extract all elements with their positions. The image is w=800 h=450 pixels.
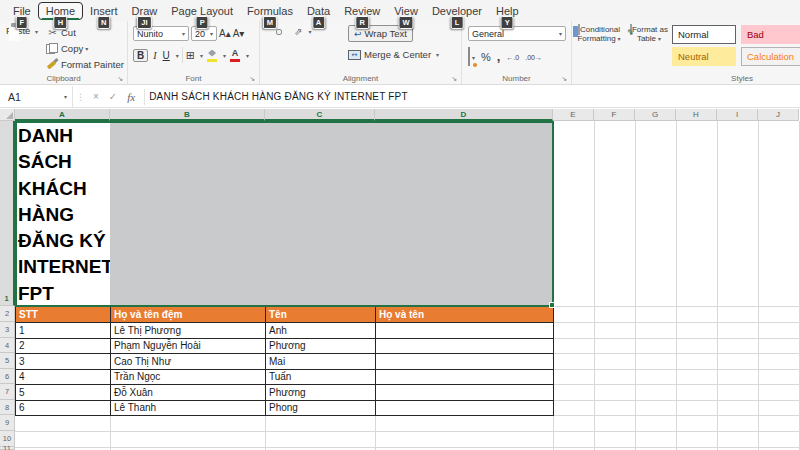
align-top-button[interactable] (268, 30, 272, 34)
cell[interactable] (376, 385, 554, 401)
tab-help[interactable]: HelpY (489, 3, 526, 19)
cell[interactable] (376, 323, 554, 339)
style-calculation[interactable]: Calculation (741, 47, 800, 66)
copy-button[interactable]: Copy▾ (44, 42, 126, 55)
cell[interactable]: 1 (16, 323, 111, 339)
percent-style-button[interactable]: % (481, 51, 491, 63)
cell[interactable] (376, 369, 554, 385)
sheet-grid[interactable]: 1 2 3 4 5 6 7 8 9 10 11 DANH SÁCH KHÁCH … (0, 121, 800, 450)
align-left-button[interactable] (268, 48, 272, 52)
accounting-format-button[interactable] (468, 48, 470, 66)
row-header-2[interactable]: 2 (0, 306, 15, 322)
column-header-g[interactable]: G (635, 109, 676, 121)
row-header-3[interactable]: 3 (0, 322, 15, 338)
selection-highlight[interactable] (110, 121, 553, 306)
fill-handle[interactable] (549, 302, 555, 308)
underline-button[interactable]: U (162, 50, 171, 61)
font-dialog-launcher-icon[interactable]: ↘ (249, 75, 255, 83)
row-header-4[interactable]: 4 (0, 338, 15, 353)
decrease-decimal-button[interactable]: .00→ (525, 54, 542, 61)
align-middle-button[interactable] (276, 29, 282, 35)
number-dialog-launcher-icon[interactable]: ↘ (561, 75, 567, 83)
merge-center-button[interactable]: ↔ Merge & Center ▾ (348, 49, 439, 60)
number-format-combo[interactable]: General▾ (468, 26, 566, 41)
row-header-9[interactable]: 9 (0, 415, 15, 431)
align-right-button[interactable] (284, 48, 288, 52)
tab-developer[interactable]: DeveloperL (425, 3, 489, 19)
cell[interactable]: 4 (16, 369, 111, 385)
cell[interactable]: Anh (266, 323, 376, 339)
name-box[interactable]: A1▾ (0, 86, 73, 107)
column-header-i[interactable]: I (717, 109, 758, 121)
increase-font-size-button[interactable]: A▴ (219, 28, 231, 39)
row-header-5[interactable]: 5 (0, 353, 15, 369)
cell[interactable] (376, 400, 554, 416)
column-header-c[interactable]: C (265, 109, 375, 121)
insert-function-button[interactable]: fx (122, 91, 140, 103)
enter-check-icon[interactable]: ✓ (104, 91, 122, 102)
style-neutral[interactable]: Neutral (672, 47, 736, 66)
column-header-h[interactable]: H (676, 109, 717, 121)
cell[interactable]: 2 (16, 338, 111, 354)
active-cell-a1[interactable]: DANH SÁCH KHÁCH HÀNG ĐĂNG KÝ INTERNET FP… (15, 121, 110, 306)
align-bottom-button[interactable] (286, 30, 290, 34)
bold-button[interactable]: B (133, 49, 148, 62)
increase-decimal-button[interactable]: ←.0 (506, 54, 519, 61)
column-header-j[interactable]: J (758, 109, 799, 121)
row-header-6[interactable]: 6 (0, 369, 15, 384)
fill-color-button[interactable] (206, 49, 218, 62)
cell[interactable]: Đỗ Xuân (111, 385, 266, 401)
font-color-button[interactable]: A (229, 49, 241, 62)
format-painter-button[interactable]: Format Painter (44, 58, 126, 71)
conditional-formatting-button[interactable]: Conditional Formatting▾ (574, 25, 624, 44)
tab-page-layout[interactable]: Page LayoutP (164, 3, 240, 19)
format-as-table-button[interactable]: Format as Table▾ (624, 25, 674, 44)
tab-file[interactable]: FileF (6, 3, 38, 19)
cell[interactable]: 5 (16, 385, 111, 401)
cell[interactable]: Tuấn (266, 369, 376, 385)
tab-data[interactable]: DataA (300, 3, 337, 19)
cell[interactable]: Phạm Nguyễn Hoài (111, 338, 266, 354)
style-normal[interactable]: Normal (672, 25, 736, 44)
tab-draw[interactable]: DrawJI (125, 3, 165, 19)
increase-indent-button[interactable] (300, 48, 304, 52)
header-cell-ho-ten-dem[interactable]: Họ và tên đệm (111, 307, 266, 323)
formula-input[interactable]: DANH SÁCH KHÁCH HÀNG ĐĂNG KÝ INTERNET FP… (149, 91, 408, 102)
cancel-icon[interactable]: × (88, 91, 104, 102)
row-header-8[interactable]: 8 (0, 400, 15, 415)
column-header-e[interactable]: E (553, 109, 594, 121)
cell[interactable]: 6 (16, 400, 111, 416)
select-all-button[interactable] (0, 109, 15, 121)
tab-home[interactable]: HomeH (38, 2, 83, 20)
column-header-d[interactable]: D (375, 109, 553, 121)
alignment-dialog-launcher-icon[interactable]: ↘ (451, 75, 457, 83)
cell[interactable]: Phương (266, 338, 376, 354)
row-header-1[interactable]: 1 (0, 121, 15, 306)
header-cell-stt[interactable]: STT (16, 307, 111, 323)
cell[interactable]: 3 (16, 354, 111, 370)
column-header-f[interactable]: F (594, 109, 635, 121)
comma-style-button[interactable]: , (497, 53, 501, 61)
cell[interactable]: Phong (266, 400, 376, 416)
tab-formulas[interactable]: FormulasM (240, 3, 300, 19)
column-header-b[interactable]: B (110, 109, 265, 121)
cell[interactable] (376, 338, 554, 354)
tab-view[interactable]: ViewW (387, 3, 425, 19)
header-cell-ho-va-ten[interactable]: Họ và tên (376, 307, 554, 323)
clipboard-dialog-launcher-icon[interactable]: ↘ (117, 75, 123, 83)
orientation-button[interactable]: ⇗ (294, 26, 302, 37)
cell[interactable] (376, 354, 554, 370)
cell[interactable]: Lê Thanh (111, 400, 266, 416)
row-header-7[interactable]: 7 (0, 384, 15, 400)
style-bad[interactable]: Bad (741, 25, 800, 44)
tab-review[interactable]: ReviewR (337, 3, 387, 19)
header-cell-ten[interactable]: Tên (266, 307, 376, 323)
cell[interactable]: Trần Ngọc (111, 369, 266, 385)
decrease-indent-button[interactable] (292, 48, 296, 52)
column-header-a[interactable]: A (15, 109, 110, 121)
cell[interactable]: Mai (266, 354, 376, 370)
borders-button[interactable]: ⊞ (186, 49, 195, 62)
italic-button[interactable]: I (151, 50, 158, 61)
decrease-font-size-button[interactable]: A▾ (233, 28, 245, 39)
cell[interactable]: Phương (266, 385, 376, 401)
